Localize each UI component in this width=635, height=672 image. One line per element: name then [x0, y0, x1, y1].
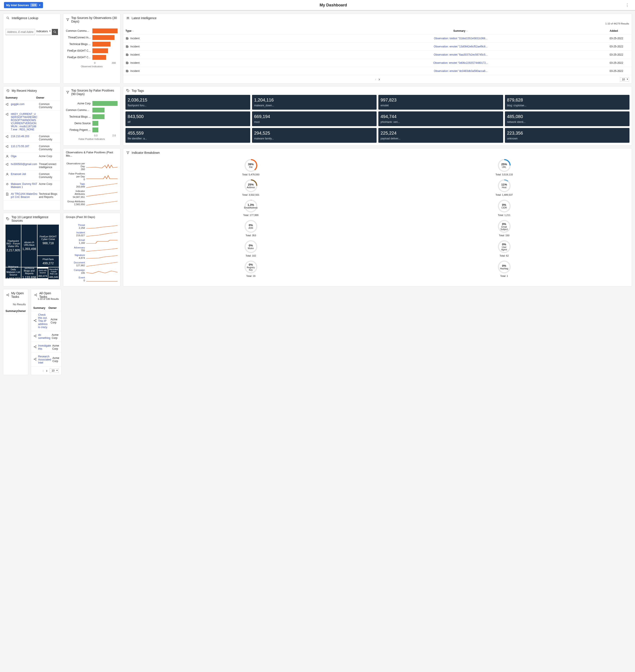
history-row[interactable]: goggle.comCommon Community	[3, 101, 60, 111]
person-icon	[5, 172, 9, 177]
sort-icon[interactable]: ↑↓	[132, 30, 134, 32]
latest-added: 03-25-2022	[610, 45, 630, 48]
task-row[interactable]: Check this out. This IP address is crazy…	[31, 311, 61, 331]
top-fp-title: Top Sources by False Positives (90 Days)	[71, 89, 117, 96]
obs-label: Tags	[66, 183, 85, 185]
latest-row[interactable]: IncidentObservation: emotet "13d0842e8cf…	[123, 43, 632, 51]
tag-tile[interactable]: 879,628blog: cryptolae...	[505, 95, 630, 110]
sort-down-icon[interactable]: ↓	[618, 30, 619, 32]
my-tasks-no-results: No Results	[3, 301, 28, 308]
latest-summary[interactable]: Observation: emotet "0d06c2292f274480172…	[312, 61, 610, 64]
tm-name: PhishTank	[43, 258, 54, 260]
task-summary[interactable]: Investigate this	[38, 344, 51, 350]
more-menu-icon[interactable]: ⋮	[623, 2, 631, 8]
tag-count: 294,525	[254, 131, 375, 136]
task-row[interactable]: do somethingAcme Corp	[31, 331, 61, 342]
history-row[interactable]: 218.210.49.203Common Community	[3, 133, 60, 143]
history-row[interactable]: AV TROJAN WaterDropX CnC BeaconTechnical…	[3, 191, 60, 201]
history-summary[interactable]: Emanoel Joli	[11, 172, 38, 175]
tag-name: mozi	[254, 121, 375, 124]
tag-tile[interactable]: 2,036,215flashpoint foru...	[126, 95, 250, 110]
svg-point-23	[7, 184, 8, 185]
page-size-select[interactable]: 10	[50, 369, 59, 373]
col-type[interactable]: Type	[126, 29, 131, 33]
lookup-input[interactable]	[5, 29, 35, 35]
history-row[interactable]: hv300500@gmail.comThreatConnect Intellig…	[3, 161, 60, 171]
tag-tile[interactable]: 225,224payload deliver...	[378, 128, 503, 143]
tag-tile[interactable]: 494,744phishtank: veri...	[378, 111, 503, 126]
tag-name: flashpoint foru...	[128, 104, 248, 107]
task-row[interactable]: Investigate thisAcme Corp	[31, 342, 61, 353]
task-summary[interactable]: Check this out. This IP address is crazy…	[38, 313, 49, 329]
col-summary[interactable]: Summary	[453, 29, 465, 33]
all-tasks-results: 1-10 of 106 Results	[38, 298, 59, 300]
task-summary[interactable]: Research Associated Intel	[38, 355, 51, 364]
intel-sources-count: 124	[30, 3, 37, 7]
svg-line-55	[35, 347, 36, 348]
sparkline	[86, 261, 117, 267]
svg-line-60	[35, 359, 36, 360]
history-row[interactable]: Emanoel JoliCommon Community	[3, 171, 60, 181]
bar-label: Firebog Prigent ...	[66, 128, 92, 131]
sort-icon[interactable]: ↑↓	[466, 30, 468, 32]
group-value: 4,874	[66, 257, 85, 259]
latest-summary[interactable]: Observation: emotet "6aa3037b2ec56745c5.…	[312, 53, 610, 56]
col-added[interactable]: Added	[610, 29, 618, 33]
pager-next[interactable]: ›	[378, 77, 380, 82]
task-row[interactable]: Research Associated IntelAcme Corp	[31, 353, 61, 367]
history-owner: Acme Corp	[39, 183, 58, 186]
latest-row[interactable]: IncidentObservation: lokibot "31bbd1552e…	[123, 35, 632, 43]
task-summary[interactable]: do something	[38, 333, 50, 339]
latest-title: Latest Intelligence	[132, 16, 156, 20]
tag-tile[interactable]: 1,204,116malware_down...	[252, 95, 377, 110]
history-row[interactable]: Malware: Dummy RAT Malware 1Acme Corp	[3, 181, 60, 191]
lookup-search-button[interactable]	[52, 29, 58, 35]
lookup-type-select[interactable]: Indicators	[36, 29, 51, 35]
latest-summary[interactable]: Observation: emotet "13d0842e8cf52aef9c8…	[312, 45, 610, 48]
donut-total: Total: 150	[378, 234, 630, 237]
tag-tile[interactable]: 294,525malware family...	[252, 128, 377, 143]
obs-row: Group Attributes2,582,650	[66, 200, 117, 206]
history-summary[interactable]: 218.210.49.203	[11, 135, 38, 138]
svg-rect-19	[127, 70, 128, 72]
obs-row: Indicator Attributes54,687,651	[66, 190, 117, 198]
pager-prev[interactable]: ‹	[375, 77, 376, 82]
page-size-select[interactable]: 10	[620, 77, 629, 82]
tag-count: 225,224	[380, 131, 501, 136]
latest-row[interactable]: IncidentObservation: emotet "0d06c2292f2…	[123, 59, 632, 67]
history-summary[interactable]: 110.173.55.187	[11, 145, 38, 148]
latest-row[interactable]: IncidentObservation: emotet "dc0483db3a5…	[123, 67, 632, 75]
donut-type: Mutex	[248, 247, 254, 250]
tag-tile[interactable]: 997,823emotet	[378, 95, 503, 110]
history-row[interactable]: HKEY_CURRENT_USER\SOFTWARE\MICROSOFT\WIN…	[3, 111, 60, 133]
tag-tile[interactable]: 485,080network identi...	[505, 111, 630, 126]
latest-summary[interactable]: Observation: lokibot "31bbd1552e5832c068…	[312, 37, 610, 40]
donut-item: 25%AddressTotal: 3,502,501	[125, 180, 377, 196]
history-row[interactable]: 110.173.55.187Common Community	[3, 143, 60, 153]
share-icon	[33, 357, 37, 362]
history-summary[interactable]: goggle.com	[11, 103, 38, 106]
history-summary[interactable]: Olga	[11, 155, 38, 158]
tag-tile[interactable]: 843,500elf	[126, 111, 250, 126]
tag-name: emotet	[380, 104, 501, 107]
history-owner: Acme Corp	[39, 155, 58, 158]
history-row[interactable]: OlgaAcme Corp	[3, 153, 60, 161]
tag-tile[interactable]: 669,194mozi	[252, 111, 377, 126]
latest-summary[interactable]: Observation: emotet "dc0483db3a590acca8.…	[312, 69, 610, 72]
intel-sources-dropdown[interactable]: My Intel Sources 124 ▼	[4, 2, 43, 8]
history-summary[interactable]: hv300500@gmail.com	[11, 163, 38, 166]
pager-prev[interactable]: ‹	[43, 369, 44, 373]
group-label: Event	[66, 276, 85, 279]
history-summary[interactable]: AV TROJAN WaterDropX CnC Beacon	[11, 192, 38, 198]
tag-tile[interactable]: 223,356unknown	[505, 128, 630, 143]
pager-next[interactable]: ›	[46, 369, 47, 373]
latest-row[interactable]: IncidentObservation: emotet "6aa3037b2ec…	[123, 51, 632, 59]
history-summary[interactable]: Malware: Dummy RAT Malware 1	[11, 183, 38, 189]
svg-point-5	[128, 17, 129, 18]
tag-tile[interactable]: 455,559file identifier: a...	[126, 128, 250, 143]
obs-value: 0	[66, 178, 85, 181]
obs-row: Observations per Day260	[66, 162, 117, 171]
history-summary[interactable]: HKEY_CURRENT_USER\SOFTWARE\MICROSOFT\WIN…	[11, 112, 38, 131]
largest-sources-card: Top 10 Largest Intelligence Sources Flas…	[3, 213, 60, 286]
share-icon	[6, 293, 9, 297]
